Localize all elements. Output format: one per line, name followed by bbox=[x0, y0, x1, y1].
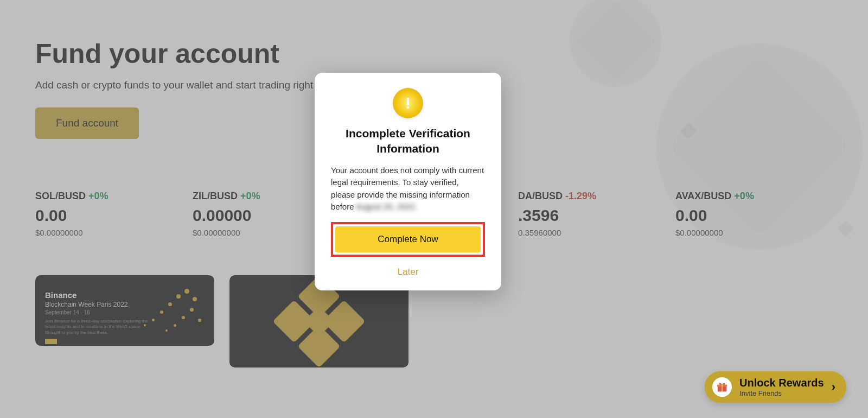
rewards-title: Unlock Rewards bbox=[739, 377, 824, 389]
complete-now-button[interactable]: Complete Now bbox=[335, 226, 481, 252]
warning-icon: ! bbox=[393, 88, 423, 118]
verification-modal: ! Incomplete Verification Information Yo… bbox=[315, 73, 501, 290]
later-button[interactable]: Later bbox=[398, 267, 419, 277]
modal-body: Your account does not comply with curren… bbox=[331, 164, 485, 213]
svg-rect-2 bbox=[722, 384, 723, 391]
chevron-right-icon: › bbox=[832, 380, 835, 394]
highlight-box: Complete Now bbox=[331, 222, 485, 257]
unlock-rewards-pill[interactable]: Unlock Rewards Invite Friends › bbox=[705, 371, 846, 403]
modal-title: Incomplete Verification Information bbox=[331, 126, 485, 157]
rewards-subtitle: Invite Friends bbox=[739, 389, 824, 397]
gift-icon bbox=[712, 377, 732, 397]
